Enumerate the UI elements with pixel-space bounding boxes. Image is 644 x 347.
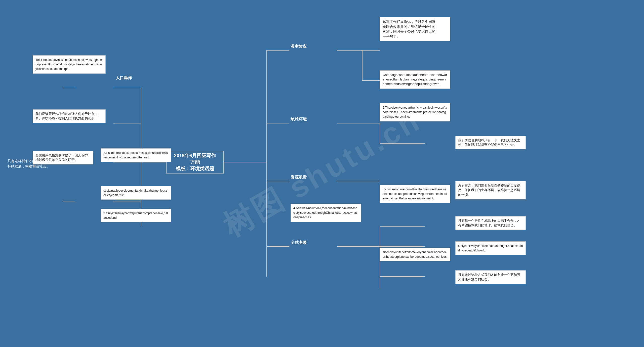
- inconclusion-card: Inconclusion,weshouldlimittheoveruseofhe…: [380, 185, 450, 203]
- as-known-card: 4.Asiswellknowntoall,theconservation-min…: [291, 204, 361, 222]
- population-en-card: Thisisnotaneasytask,sonationsshouldworkt…: [33, 55, 106, 74]
- population-label: 人口爆炸: [116, 75, 132, 81]
- one-earth-card: 2.Thereisonlyoneearthwhichweanlivein.wec…: [380, 103, 450, 121]
- center-node: 2019年6月四级写作万能 模板：环境类话题: [166, 151, 224, 173]
- main-left-cn: 只有这样我们才能实现全面协调可持续发展，构建和谐社会。: [8, 158, 63, 169]
- resources-label: 资源浪费: [291, 175, 307, 180]
- population-cn-card: 我们应该开展各种活动增强人们对于计划生育、保护环境和控制人口增长方面的意识。: [33, 109, 106, 123]
- sustainable-card: sustainabledevelopmentandmakeaharmonious…: [101, 186, 171, 200]
- global-label: 全球变暖: [291, 240, 307, 245]
- global-cn-card1: 只有每一个居住在地球上的人携手合作，才有希望拯救我们的地球、拯救我们自己。: [455, 216, 526, 230]
- itisonlyby-card: itisonlybyunitedeffortsofeveryonedwellin…: [380, 248, 450, 261]
- global-en-card2: Onlyinthisway,canwecreateastronger,healt…: [455, 241, 526, 255]
- global-cn-card2: 只有通过这种方式我们才能创造一个更加强大健康和魅力的社会。: [455, 270, 526, 284]
- globe-label: 地球环境: [291, 117, 307, 122]
- only-this-way-card: 3.Onlyinthiswaycanwepursuecomprehensive,…: [101, 209, 171, 222]
- resources-cn-card: 总而言之，我们需要限制自然资源的过度使用，保护我们的生存环境，以维持生态环境的平…: [455, 181, 526, 199]
- watermark: 树图 shutu.cn: [0, 0, 644, 347]
- it-is-time-card: 1.Itistimeforustotakemeasuresasitiseachc…: [101, 148, 171, 162]
- globe-cn-card: 我们所居住的地球只有一个，我们无法失去她。保护环境就是守护我们自己的生命。: [455, 136, 526, 149]
- campaigns-card: Campaignsshouldbelaunchedtoraisetheaware…: [380, 70, 450, 89]
- greenhouse-label: 温室效应: [291, 44, 307, 49]
- greenhouse-cn-card: 这项工作任重道远，所以各个国家 要联合起来共同组织这场全球性的 灾难，同时每个公…: [380, 17, 450, 41]
